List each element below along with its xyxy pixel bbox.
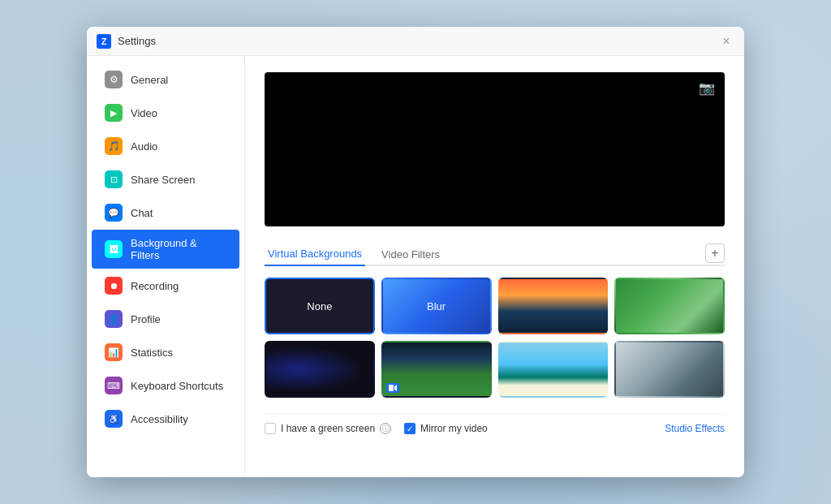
svg-marker-1 [394,385,397,391]
green-screen-checkbox[interactable] [265,423,276,434]
window-title: Settings [118,35,718,47]
sidebar-label-statistics: Statistics [131,347,173,359]
tab-virtual-backgrounds[interactable]: Virtual Backgrounds [265,243,365,266]
screen-icon: ⊡ [105,170,123,188]
background-grid: None Blur [265,278,725,398]
sidebar-label-accessibility: Accessibility [131,413,188,425]
sidebar: ⚙General▶Video🎵Audio⊡Share Screen💬Chat🖼B… [87,56,245,477]
bg-green[interactable] [614,278,725,334]
accessibility-icon: ♿ [105,410,123,428]
sidebar-label-background: Background & Filters [131,237,226,261]
bg-snow[interactable] [614,341,725,398]
background-icon: 🖼 [105,240,123,258]
bg-golden-gate[interactable] [498,278,609,334]
general-icon: ⚙ [105,71,123,88]
sidebar-item-chat[interactable]: 💬Chat [92,196,239,229]
video-badge [386,383,399,393]
svg-marker-0 [389,385,394,391]
profile-icon: 👤 [105,310,123,328]
keyboard-icon: ⌨ [105,377,123,394]
mirror-video-label: Mirror my video [420,423,488,434]
video-icon: ▶ [105,104,123,122]
tab-video-filters[interactable]: Video Filters [378,243,443,265]
mirror-video-option: ✓ Mirror my video [404,423,488,434]
sidebar-label-general: General [131,74,168,86]
sidebar-item-accessibility[interactable]: ♿Accessibility [92,403,239,435]
sidebar-label-screen: Share Screen [131,174,196,186]
bg-beach[interactable] [498,341,609,398]
sidebar-item-background[interactable]: 🖼Background & Filters [92,230,239,269]
video-preview: 📷 [265,72,725,226]
mirror-video-checkbox[interactable]: ✓ [404,423,416,434]
sidebar-item-keyboard[interactable]: ⌨Keyboard Shortcuts [92,369,239,402]
chat-icon: 💬 [105,204,123,222]
sidebar-label-keyboard: Keyboard Shortcuts [131,380,223,392]
sidebar-item-recording[interactable]: ⏺Recording [92,269,239,302]
sidebar-label-recording: Recording [131,280,179,292]
bg-space[interactable] [265,341,375,398]
sidebar-item-screen[interactable]: ⊡Share Screen [92,163,239,196]
sidebar-item-profile[interactable]: 👤Profile [92,303,239,335]
camera-icon: 📷 [699,80,715,96]
sidebar-item-audio[interactable]: 🎵Audio [92,130,239,162]
bg-none[interactable]: None [265,278,375,334]
sidebar-item-video[interactable]: ▶Video [92,97,239,129]
footer-row: I have a green screen ⓘ ✓ Mirror my vide… [265,414,725,434]
green-screen-label: I have a green screen [281,423,375,434]
settings-window: Z Settings × ⚙General▶Video🎵Audio⊡Share … [87,27,744,477]
sidebar-label-chat: Chat [131,207,153,219]
green-screen-info[interactable]: ⓘ [380,423,391,434]
close-button[interactable]: × [718,33,734,50]
sidebar-label-audio: Audio [131,140,157,153]
window-content: ⚙General▶Video🎵Audio⊡Share Screen💬Chat🖼B… [87,56,744,477]
studio-effects-link[interactable]: Studio Effects [665,423,725,434]
sidebar-item-statistics[interactable]: 📊Statistics [92,336,239,368]
recording-icon: ⏺ [105,277,123,295]
sidebar-item-general[interactable]: ⚙General [92,63,239,96]
app-icon: Z [97,34,111,49]
bg-aurora[interactable] [381,341,492,398]
statistics-icon: 📊 [105,343,123,361]
tabs-row: Virtual Backgrounds Video Filters + [265,241,725,266]
add-background-button[interactable]: + [705,243,725,263]
sidebar-label-video: Video [131,107,157,119]
main-panel: 📷 Virtual Backgrounds Video Filters + No… [245,56,744,477]
titlebar: Z Settings × [87,27,744,56]
bg-blur[interactable]: Blur [381,278,492,334]
green-screen-option: I have a green screen ⓘ [265,423,391,434]
sidebar-label-profile: Profile [131,313,161,325]
audio-icon: 🎵 [105,137,123,155]
